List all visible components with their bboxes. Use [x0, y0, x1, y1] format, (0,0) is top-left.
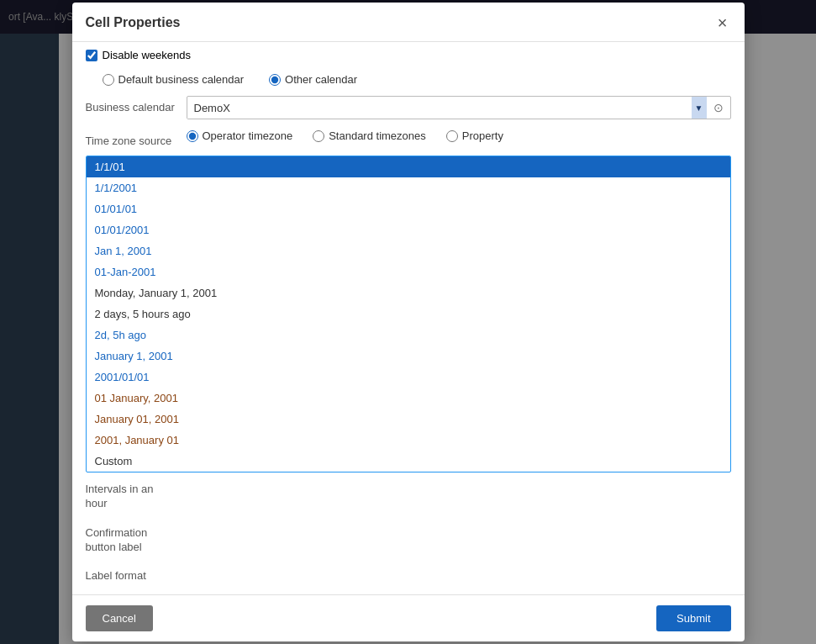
date-format-dropdown-list: 1/1/01 1/1/2001 01/01/01 01/01/2001 Jan … [86, 156, 731, 472]
dropdown-item-1/1/01[interactable]: 1/1/01 [87, 156, 730, 177]
business-calendar-input-wrap: ▼ ⊙ [187, 96, 731, 119]
standard-timezones-radio[interactable] [313, 130, 324, 142]
dropdown-item-custom[interactable]: Custom [87, 451, 730, 472]
business-calendar-input[interactable] [187, 98, 692, 119]
timezone-source-row: Time zone source Operator timezone Stand… [86, 124, 731, 154]
business-calendar-row: Business calendar ▼ ⊙ [86, 91, 731, 124]
readonly-section-heading: Read-Only Fo [86, 589, 731, 594]
dropdown-item-01/01/01[interactable]: 01/01/01 [87, 198, 730, 219]
timezone-source-control: Operator timezone Standard timezones Pro… [187, 129, 731, 142]
modal-title: Cell Properties [86, 15, 181, 30]
operator-timezone-text: Operator timezone [203, 129, 293, 142]
operator-timezone-radio[interactable] [187, 130, 198, 142]
dropdown-item-01/01/2001[interactable]: 01/01/2001 [87, 219, 730, 240]
modal-overlay: Cell Properties × Disable weekends Defau… [0, 0, 816, 644]
timezone-radio-group: Operator timezone Standard timezones Pro… [187, 129, 731, 142]
confirmation-row: Confirmation button label [86, 516, 731, 560]
dropdown-item-2-days-5-hours-ago[interactable]: 2 days, 5 hours ago [87, 304, 730, 325]
cancel-button[interactable]: Cancel [86, 605, 153, 631]
confirmation-label: Confirmation button label [86, 521, 178, 555]
dropdown-item-jan-1-2001[interactable]: Jan 1, 2001 [87, 240, 730, 261]
timezone-source-label: Time zone source [86, 129, 178, 149]
date-format-dropdown-container: 1/1/01 1/1/2001 01/01/01 01/01/2001 Jan … [86, 156, 731, 472]
label-format-row: Label format [86, 559, 731, 589]
modal-footer: Cancel Submit [72, 594, 745, 641]
dropdown-item-01-january-2001[interactable]: 01 January, 2001 [87, 388, 730, 409]
default-calendar-radio[interactable] [103, 74, 114, 86]
intervals-row: Intervals in an hour [86, 472, 731, 516]
submit-button[interactable]: Submit [656, 605, 730, 631]
business-calendar-label: Business calendar [86, 96, 178, 115]
intervals-label: Intervals in an hour [86, 478, 178, 511]
standard-timezones-label[interactable]: Standard timezones [313, 129, 426, 142]
standard-timezones-text: Standard timezones [329, 129, 426, 142]
business-calendar-target-icon[interactable]: ⊙ [707, 97, 730, 119]
label-format-label: Label format [86, 564, 178, 583]
other-calendar-label: Other calendar [285, 73, 357, 86]
dropdown-item-monday-january-1-2001[interactable]: Monday, January 1, 2001 [87, 282, 730, 304]
disable-weekends-row: Disable weekends [86, 42, 731, 68]
disable-weekends-checkbox-row: Disable weekends [86, 49, 192, 61]
modal-header: Cell Properties × [72, 3, 745, 42]
property-timezone-text: Property [462, 129, 503, 142]
operator-timezone-label[interactable]: Operator timezone [187, 129, 293, 142]
dropdown-item-january-01-2001[interactable]: January 01, 2001 [87, 409, 730, 430]
property-timezone-label[interactable]: Property [446, 129, 503, 142]
business-calendar-control: ▼ ⊙ [187, 96, 731, 119]
dropdown-item-2d-5h-ago[interactable]: 2d, 5h ago [87, 325, 730, 346]
other-calendar-radio[interactable] [269, 74, 281, 86]
cell-properties-modal: Cell Properties × Disable weekends Defau… [72, 3, 745, 641]
disable-weekends-label: Disable weekends [103, 49, 192, 61]
property-timezone-radio[interactable] [446, 130, 458, 142]
close-button[interactable]: × [714, 13, 731, 33]
calendar-radio-group: Default business calendar Other calendar [86, 68, 731, 91]
dropdown-item-1/1/2001[interactable]: 1/1/2001 [87, 177, 730, 198]
other-calendar-radio-label[interactable]: Other calendar [269, 73, 357, 86]
modal-body: Disable weekends Default business calend… [72, 42, 745, 594]
dropdown-item-01-jan-2001[interactable]: 01-Jan-2001 [87, 261, 730, 282]
default-calendar-radio-label[interactable]: Default business calendar [103, 73, 245, 86]
disable-weekends-checkbox[interactable] [86, 50, 97, 61]
dropdown-item-2001-january-01[interactable]: 2001, January 01 [87, 430, 730, 451]
dropdown-item-2001/01/01[interactable]: 2001/01/01 [87, 367, 730, 388]
default-calendar-label: Default business calendar [118, 73, 245, 86]
business-calendar-dropdown-arrow[interactable]: ▼ [692, 97, 707, 119]
dropdown-item-january-1-2001[interactable]: January 1, 2001 [87, 346, 730, 367]
